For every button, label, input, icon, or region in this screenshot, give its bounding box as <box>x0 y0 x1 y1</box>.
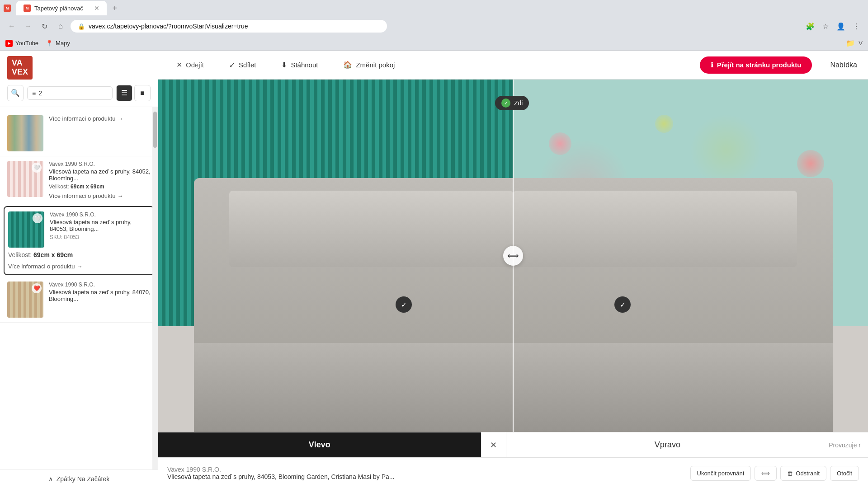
list-view-btn[interactable]: ☰ <box>116 85 132 101</box>
chevron-up-icon: ∧ <box>48 475 53 483</box>
scrollbar[interactable] <box>152 107 158 469</box>
change-room-btn[interactable]: 🏠 Změnit pokoj <box>336 57 402 73</box>
bookmark-youtube[interactable]: YouTube <box>5 40 38 47</box>
grid-view-btn[interactable]: ■ <box>134 85 151 101</box>
bookmark-icon[interactable]: ☆ <box>819 20 832 33</box>
product-thumb: 🤍 <box>8 211 44 248</box>
brand-name: Vavex 1990 S.R.O. <box>49 282 151 288</box>
left-bed <box>194 178 514 432</box>
bookmark-maps[interactable]: 📍 Mapy <box>46 40 70 47</box>
list-item[interactable]: Více informaci o produktu → <box>0 111 158 156</box>
rotate-btn[interactable]: Otočit <box>830 466 859 481</box>
search-button[interactable]: 🔍 <box>7 85 24 101</box>
share-btn[interactable]: ⤢ Sdílet <box>222 57 263 73</box>
main-content: ✕ Odejít ⤢ Sdílet ⬇ Stáhnout 🏠 Změnit po… <box>158 51 868 488</box>
info-product-name: Vliesová tapeta na zeď s pruhy, 84053, B… <box>167 473 395 480</box>
swap-icon: ⟺ <box>761 470 770 477</box>
home-btn[interactable]: ⌂ <box>54 20 67 33</box>
list-item[interactable]: 🤍 Vavex 1990 S.R.O. Vliesová tapeta na z… <box>0 156 158 204</box>
product-list: Více informaci o produktu → 🤍 Vavex 1990… <box>0 107 158 469</box>
product-info: Více informaci o produktu → <box>49 115 151 122</box>
product-name: Vliesová tapeta na zeď s pruhy, 84052, B… <box>49 168 151 182</box>
product-info: Vavex 1990 S.R.O. Vliesová tapeta na zeď… <box>50 211 150 242</box>
address-bar-row: ← → ↻ ⌂ 🔒 vavex.cz/tapetovy-planovac/?ro… <box>0 16 868 36</box>
end-compare-btn[interactable]: Ukončit porovnání <box>690 466 751 481</box>
right-bed <box>513 178 833 432</box>
heart-btn[interactable]: 🤍 <box>33 213 42 223</box>
sidebar: VA VEX 🔍 ≡ 2 ☰ ■ <box>0 51 158 488</box>
product-info: Vavex 1990 S.R.O. Vliesová tapeta na zeď… <box>49 282 151 304</box>
product-info: Vavex 1990 S.R.O. Vliesová tapeta na zeď… <box>49 161 151 199</box>
room-left-side <box>158 80 513 432</box>
room-preview: ⟺ ✓ Zdi ✓ ✓ <box>158 80 868 432</box>
arrow-icon: → <box>117 192 123 199</box>
youtube-icon <box>5 40 13 47</box>
compare-bar: Vlevo ✕ Vpravo Provozuje r <box>158 432 868 457</box>
product-thumb <box>7 115 43 151</box>
compare-left-btn[interactable]: Vlevo <box>158 432 481 457</box>
youtube-label: YouTube <box>15 40 38 47</box>
brand-name: Vavex 1990 S.R.O. <box>49 161 151 167</box>
extensions-icon[interactable]: 🧩 <box>804 20 816 33</box>
search-filter-row: 🔍 ≡ 2 ☰ ■ <box>7 85 151 101</box>
info-product-details: Vavex 1990 S.R.O. Vliesová tapeta na zeď… <box>167 466 395 480</box>
lock-icon: 🔒 <box>78 23 85 30</box>
back-btn[interactable]: ← <box>5 20 18 33</box>
trash-icon: 🗑 <box>787 470 793 477</box>
app-layout: VA VEX 🔍 ≡ 2 ☰ ■ <box>0 51 868 488</box>
heart-btn[interactable]: ❤️ <box>32 283 42 293</box>
bookmarks-bar: YouTube 📍 Mapy 📁 V <box>0 36 868 51</box>
list-item-active[interactable]: 🤍 Vavex 1990 S.R.O. Vliesová tapeta na z… <box>4 206 154 275</box>
brand-name: Vavex 1990 S.R.O. <box>50 211 150 218</box>
download-icon: ⬇ <box>281 61 287 69</box>
url-bar[interactable]: 🔒 vavex.cz/tapetovy-planovac/?roomvoStar… <box>71 20 387 33</box>
browser-title-bar: M M Tapetový plánovač ✕ + ← → ↻ ⌂ 🔒 vave… <box>0 0 868 51</box>
more-info-link[interactable]: Více informaci o produktu → <box>8 263 150 270</box>
bookmarks-v-label: V <box>859 40 863 47</box>
tab-close-btn[interactable]: ✕ <box>94 5 99 12</box>
filter-box[interactable]: ≡ 2 <box>27 86 113 100</box>
profile-icon[interactable]: 👤 <box>835 20 847 33</box>
maps-pin-icon: 📍 <box>46 40 53 47</box>
provozuje-text: Provozuje r <box>829 432 868 457</box>
active-tab[interactable]: M Tapetový plánovač ✕ <box>16 1 107 15</box>
product-name: Vliesová tapeta na zeď s pruhy, 84070, B… <box>49 289 151 302</box>
compare-x-btn[interactable]: ✕ <box>481 432 506 457</box>
zdi-check-icon: ✓ <box>501 99 510 108</box>
tab-title: Tapetový plánovač <box>34 5 83 12</box>
room-icon: 🏠 <box>343 61 352 69</box>
bookmarks-right: 📁 V <box>844 37 863 50</box>
download-btn[interactable]: ⬇ Stáhnout <box>274 57 325 73</box>
compare-right-btn[interactable]: Vpravo <box>506 432 829 457</box>
brand-logo: VA VEX <box>7 56 33 80</box>
more-info-link[interactable]: Více informaci o produktu → <box>49 192 151 199</box>
filter-icon: ≡ <box>32 89 36 97</box>
back-to-top-btn[interactable]: ∧ Zpátky Na Začátek <box>0 469 158 488</box>
more-options-icon[interactable]: ⋮ <box>850 20 863 33</box>
product-page-btn[interactable]: ℹ Přejít na stránku produktu <box>700 56 812 74</box>
url-text: vavex.cz/tapetovy-planovac/?roomvoStartV… <box>89 23 248 30</box>
tab-icon: M <box>24 5 31 12</box>
sku-label: SKU: 84053 <box>50 234 150 240</box>
list-item[interactable]: ❤️ Vavex 1990 S.R.O. Vliesová tapeta na … <box>0 277 158 323</box>
product-name: Vliesová tapeta na zeď s pruhy, 84053, B… <box>50 219 150 232</box>
exit-btn[interactable]: ✕ Odejít <box>169 57 211 73</box>
product-size-full: Velikost: 69cm x 69cm <box>8 251 150 258</box>
remove-btn[interactable]: 🗑 Odstranit <box>780 466 826 481</box>
swap-btn[interactable]: ⟺ <box>755 466 777 481</box>
drag-handle[interactable]: ⟺ <box>503 246 523 266</box>
app-toolbar: ✕ Odejít ⤢ Sdílet ⬇ Stáhnout 🏠 Změnit po… <box>158 51 868 80</box>
bookmarks-folder-icon[interactable]: 📁 <box>844 37 857 50</box>
check-btn-right[interactable]: ✓ <box>614 296 631 313</box>
reload-btn[interactable]: ↻ <box>38 20 51 33</box>
maps-label: Mapy <box>56 40 70 47</box>
share-icon: ⤢ <box>229 61 235 69</box>
new-tab-btn[interactable]: + <box>108 2 121 14</box>
x-icon: ✕ <box>490 440 497 450</box>
heart-btn[interactable]: 🤍 <box>32 163 42 173</box>
more-info-link[interactable]: Více informaci o produktu → <box>49 115 151 122</box>
check-btn-left[interactable]: ✓ <box>396 296 412 313</box>
info-icon: ℹ <box>711 61 713 69</box>
x-icon: ✕ <box>176 61 182 69</box>
forward-btn[interactable]: → <box>22 20 34 33</box>
